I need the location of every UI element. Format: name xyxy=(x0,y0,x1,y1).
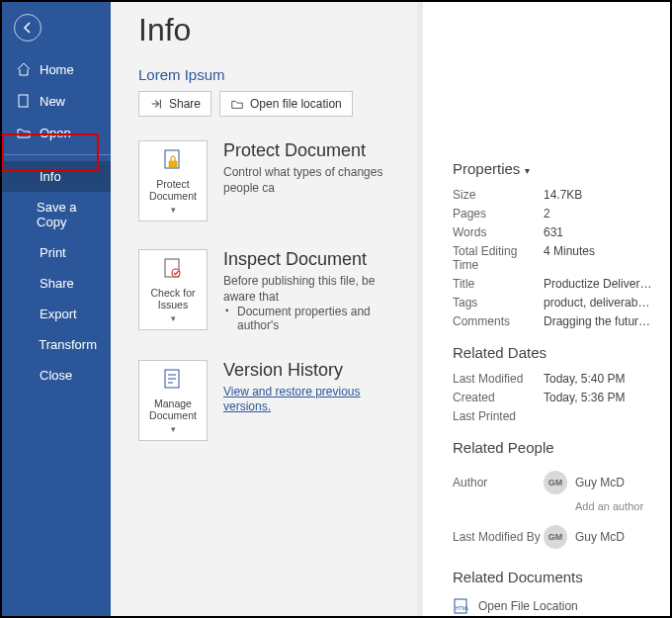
prop-key-modifiedby: Last Modified By xyxy=(453,530,544,544)
sidebar-item-save-a-copy[interactable]: Save a Copy xyxy=(2,192,111,237)
prop-key-modified: Last Modified xyxy=(453,372,544,386)
back-button[interactable] xyxy=(2,8,111,47)
version-title: Version History xyxy=(223,360,399,381)
sidebar-item-open[interactable]: Open xyxy=(2,117,111,148)
sidebar-item-new[interactable]: New xyxy=(2,85,111,117)
sidebar-item-label: Transform xyxy=(39,337,97,352)
document-name: Lorem Ipsum xyxy=(138,66,399,83)
sidebar-item-home[interactable]: Home xyxy=(2,53,111,85)
properties-panel: Properties ▾ Size14.7KB Pages2 Words631 … xyxy=(437,2,664,616)
backstage-sidebar: Home New Open Info Save a Copy Print Sha… xyxy=(2,2,111,616)
svg-rect-2 xyxy=(169,161,177,167)
avatar: GM xyxy=(544,471,567,494)
prop-key-comments: Comments xyxy=(453,314,544,328)
prop-val-printed xyxy=(544,409,652,423)
share-icon xyxy=(149,97,163,111)
modifiedby-name[interactable]: Guy McD xyxy=(575,530,625,544)
protect-document-card[interactable]: Protect Document ▾ xyxy=(138,140,208,221)
prop-key-author: Author xyxy=(453,476,544,489)
inspect-desc: Before publishing this file, be aware th… xyxy=(223,273,399,305)
related-dates-header: Related Dates xyxy=(453,344,652,361)
chevron-down-icon: ▾ xyxy=(171,205,176,215)
sidebar-item-label: Close xyxy=(40,368,72,383)
open-file-location-link[interactable]: HTML Open File Location xyxy=(453,593,652,618)
home-icon xyxy=(16,61,32,77)
inspect-title: Inspect Document xyxy=(223,249,399,270)
avatar: GM xyxy=(544,525,567,549)
prop-val-created: Today, 5:36 PM xyxy=(544,391,652,404)
prop-val-title[interactable]: Productize Deliverables xyxy=(544,277,652,291)
protect-card-label: Protect Document xyxy=(143,178,203,202)
chevron-down-icon: ▾ xyxy=(171,424,176,434)
svg-text:HTML: HTML xyxy=(456,605,469,611)
check-for-issues-card[interactable]: Check for Issues ▾ xyxy=(138,249,208,330)
open-file-location-text: Open File Location xyxy=(478,599,578,613)
chevron-down-icon: ▾ xyxy=(171,313,176,323)
open-file-location-button[interactable]: Open file location xyxy=(219,91,353,117)
version-history-link[interactable]: View and restore previous versions. xyxy=(223,385,361,413)
prop-key-title: Title xyxy=(453,277,544,291)
inspect-bullet: Document properties and author's xyxy=(223,305,399,332)
folder-icon xyxy=(230,97,244,111)
prop-val-size: 14.7KB xyxy=(544,188,652,202)
sidebar-item-label: Home xyxy=(40,62,74,77)
prop-key-size: Size xyxy=(453,188,544,202)
protect-title: Protect Document xyxy=(223,140,399,161)
page-title: Info xyxy=(138,12,399,48)
sidebar-item-export[interactable]: Export xyxy=(2,299,111,329)
related-people-header: Related People xyxy=(453,439,652,456)
info-main: Info Lorem Ipsum Share Open file locatio… xyxy=(111,2,417,616)
prop-val-comments[interactable]: Dragging the future into n... xyxy=(544,314,652,328)
back-arrow-icon xyxy=(20,20,36,36)
manage-document-card[interactable]: Manage Document ▾ xyxy=(138,360,208,441)
share-button-label: Share xyxy=(169,97,201,111)
manage-card-label: Manage Document xyxy=(143,397,203,421)
sidebar-item-info[interactable]: Info xyxy=(2,161,111,192)
sidebar-item-close[interactable]: Close xyxy=(2,360,111,391)
sidebar-item-label: Print xyxy=(40,245,66,260)
related-documents-header: Related Documents xyxy=(453,569,652,585)
protect-desc: Control what types of changes people ca xyxy=(223,164,399,196)
prop-key-tags: Tags xyxy=(453,296,544,309)
sidebar-item-label: Save a Copy xyxy=(37,200,97,229)
prop-key-words: Words xyxy=(453,225,544,239)
properties-header[interactable]: Properties ▾ xyxy=(453,160,652,177)
svg-rect-0 xyxy=(19,95,28,107)
sidebar-item-print[interactable]: Print xyxy=(2,237,111,268)
sidebar-item-label: Info xyxy=(40,169,61,184)
prop-val-modified: Today, 5:40 PM xyxy=(544,372,652,386)
open-file-location-label: Open file location xyxy=(250,97,342,111)
new-icon xyxy=(16,93,32,109)
sidebar-item-label: New xyxy=(40,94,65,109)
add-author[interactable]: Add an author xyxy=(544,500,652,512)
sidebar-item-label: Export xyxy=(40,307,77,321)
prop-val-tags[interactable]: product, deliverables, opti... xyxy=(544,296,652,309)
prop-val-time: 4 Minutes xyxy=(544,244,652,272)
protect-icon xyxy=(161,147,185,175)
prop-val-pages: 2 xyxy=(544,207,652,221)
manage-icon xyxy=(161,367,185,395)
share-button[interactable]: Share xyxy=(138,91,211,117)
inspect-card-label: Check for Issues xyxy=(143,287,203,310)
sidebar-item-share[interactable]: Share xyxy=(2,268,111,299)
chevron-down-icon: ▾ xyxy=(525,165,530,176)
panel-divider xyxy=(417,2,423,616)
open-icon xyxy=(16,125,32,140)
html-file-icon: HTML xyxy=(453,597,470,615)
inspect-icon xyxy=(161,256,185,284)
prop-key-printed: Last Printed xyxy=(453,409,544,423)
prop-key-pages: Pages xyxy=(453,207,544,221)
sidebar-item-transform[interactable]: Transform xyxy=(2,329,111,360)
sidebar-item-label: Share xyxy=(40,276,74,291)
author-name[interactable]: Guy McD xyxy=(575,476,625,489)
prop-val-words: 631 xyxy=(544,225,652,239)
prop-key-created: Created xyxy=(453,391,544,404)
sidebar-item-label: Open xyxy=(40,126,71,140)
prop-key-time: Total Editing Time xyxy=(453,244,544,272)
